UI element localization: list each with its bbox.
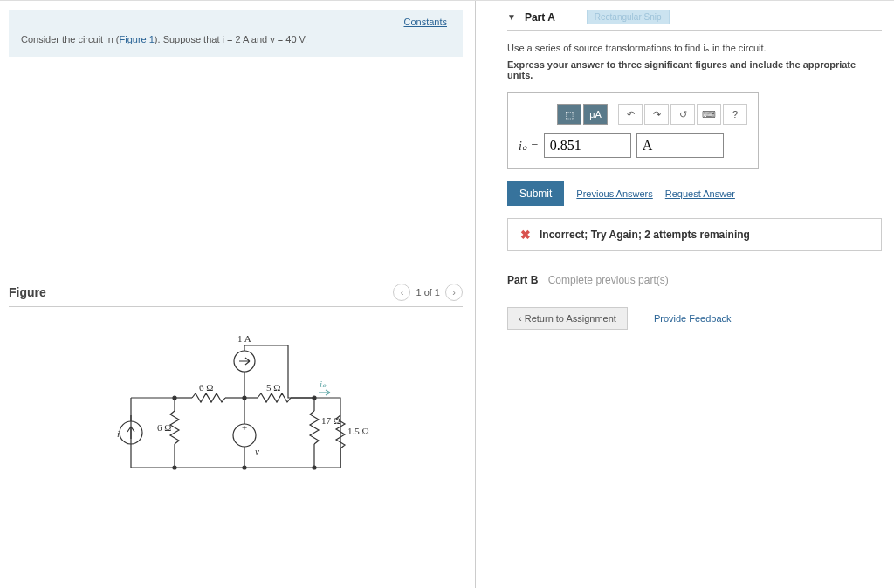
figure-prev-button[interactable]: ‹ <box>393 284 410 301</box>
svg-point-2 <box>173 396 176 400</box>
figure-page-indicator: 1 of 1 <box>416 287 440 297</box>
caret-down-icon: ▼ <box>507 12 516 22</box>
provide-feedback-link[interactable]: Provide Feedback <box>654 313 732 324</box>
submit-button[interactable]: Submit <box>507 181 564 206</box>
part-b-message: Complete previous part(s) <box>548 274 669 286</box>
answer-box: ⬚ μA ↶ ↷ ↺ ⌨ ? iₒ = <box>507 92 759 169</box>
figure-section: Figure ‹ 1 of 1 › <box>9 284 463 488</box>
feedback-text: Incorrect; Try Again; 2 attempts remaini… <box>540 229 750 241</box>
label-r3: 5 Ω <box>266 382 280 393</box>
feedback-box: ✖ Incorrect; Try Again; 2 attempts remai… <box>507 218 882 251</box>
help-button[interactable]: ? <box>723 104 747 125</box>
label-r2: 6 Ω <box>199 382 213 393</box>
return-row: ‹ Return to Assignment Provide Feedback <box>507 307 882 330</box>
chevron-left-icon: ‹ <box>519 313 525 324</box>
figure-nav: ‹ 1 of 1 › <box>393 284 463 301</box>
problem-text: Consider the circuit in (Figure 1). Supp… <box>21 22 450 44</box>
instruction-2: Express your answer to three significant… <box>507 59 882 80</box>
problem-statement-box: Constants Consider the circuit in (Figur… <box>9 10 463 57</box>
return-button[interactable]: ‹ Return to Assignment <box>507 307 628 330</box>
part-a-title: Part A <box>525 11 555 24</box>
svg-point-5 <box>313 466 316 469</box>
templates-button[interactable]: ⬚ <box>557 104 581 125</box>
constants-link[interactable]: Constants <box>403 17 447 27</box>
svg-text:+: + <box>242 422 247 433</box>
figure-next-button[interactable]: › <box>445 284 463 301</box>
units-button[interactable]: μA <box>583 104 608 125</box>
part-b-row: Part B Complete previous part(s) <box>507 274 882 286</box>
part-b-title: Part B <box>507 274 538 286</box>
left-panel: Constants Consider the circuit in (Figur… <box>0 1 476 588</box>
previous-answers-link[interactable]: Previous Answers <box>576 188 652 199</box>
figure-1-link[interactable]: Figure 1 <box>120 34 155 44</box>
figure-title: Figure <box>9 285 46 299</box>
keyboard-button[interactable]: ⌨ <box>697 104 721 125</box>
reset-button[interactable]: ↺ <box>670 104 695 125</box>
problem-prefix: Consider the circuit in ( <box>21 34 120 44</box>
variable-label: iₒ = <box>519 139 539 154</box>
label-r1: 6 Ω <box>157 422 171 433</box>
app-container: Constants Consider the circuit in (Figur… <box>0 0 894 588</box>
svg-point-8 <box>243 466 246 469</box>
snip-badge: Rectangular Snip <box>587 10 670 24</box>
submit-row: Submit Previous Answers Request Answer <box>507 181 882 206</box>
answer-input-row: iₒ = <box>519 133 747 158</box>
label-i: i <box>117 428 120 439</box>
instruction-1: Use a series of source transformations t… <box>507 43 882 54</box>
redo-button[interactable]: ↷ <box>644 104 669 125</box>
return-label: Return to Assignment <box>525 313 616 324</box>
svg-point-3 <box>173 466 176 469</box>
unit-input[interactable] <box>636 133 724 158</box>
svg-text:-: - <box>242 434 245 445</box>
part-a-header[interactable]: ▼ Part A Rectangular Snip <box>507 10 882 31</box>
answer-toolbar: ⬚ μA ↶ ↷ ↺ ⌨ ? <box>557 104 747 125</box>
request-answer-link[interactable]: Request Answer <box>665 188 735 199</box>
label-r5: 1.5 Ω <box>347 426 369 436</box>
label-1a: 1 A <box>237 333 251 344</box>
incorrect-icon: ✖ <box>520 228 531 242</box>
circuit-diagram: i 6 Ω 6 Ω 5 Ω 17 Ω 1.5 Ω v - + 1 A iₒ <box>105 328 367 488</box>
undo-button[interactable]: ↶ <box>618 104 643 125</box>
figure-header: Figure ‹ 1 of 1 › <box>9 284 463 307</box>
label-r4: 17 Ω <box>321 415 340 426</box>
label-io: iₒ <box>320 379 327 389</box>
right-panel: ▼ Part A Rectangular Snip Use a series o… <box>476 1 894 588</box>
label-v: v <box>255 446 259 456</box>
value-input[interactable] <box>544 133 631 158</box>
problem-suffix: ). Suppose that i = 2 A and v = 40 V. <box>155 34 307 44</box>
